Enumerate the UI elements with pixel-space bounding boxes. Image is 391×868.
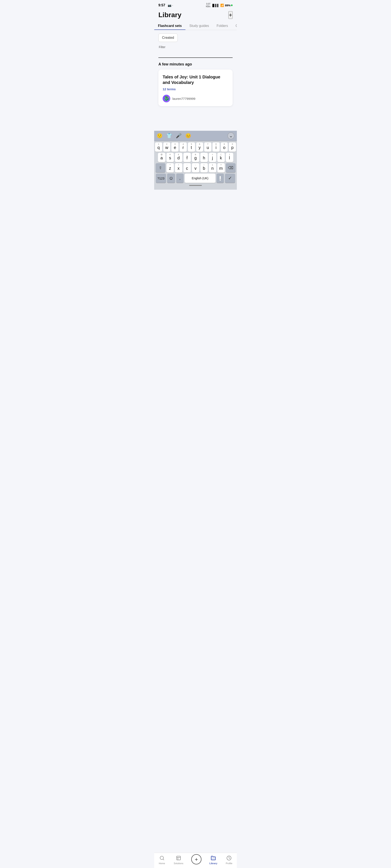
kb-numbers-label: ?123 [157,177,164,180]
kb-collapse-area [155,184,236,189]
kb-delete-icon: ⌫ [228,165,233,170]
kb-emoji-key[interactable]: ☺ [167,174,175,183]
kb-emoji-icon: ☺ [169,176,174,181]
kb-key-z[interactable]: * z [167,163,174,173]
kb-key-h[interactable]: - h [200,153,208,162]
kb-bottom-row: ?123 ☺ , English (UK) . ✓ [155,174,236,183]
created-button[interactable]: Created [158,33,178,42]
flashcard-card[interactable]: Tales of Joy: Unit 1 Dialogue and Vocabu… [158,69,233,106]
tabs-bar: Flashcard sets Study guides Folders Clas… [154,22,237,30]
kb-delete-key[interactable]: ⌫ [226,163,236,173]
kb-shirt-icon[interactable]: 👕 [166,133,172,138]
main-content: Created Filter A few minutes ago Tales o… [154,30,237,110]
kb-comma-label: , [179,176,180,181]
filter-input-container [158,50,233,58]
kb-collapse-button[interactable]: ⌄ [228,132,234,139]
battery-percent: 89% [225,4,231,7]
tab-classes[interactable]: Classes [232,22,237,30]
kb-toolbar-icons: 🙂 👕 🎤 😊 [157,133,191,138]
kb-key-k[interactable]: ( k [217,153,225,162]
card-terms: 12 terms [162,87,229,91]
kb-collapse-icon: ⌄ [229,133,233,138]
kb-key-m[interactable]: ? m [217,163,225,173]
tab-folders[interactable]: Folders [213,22,232,30]
kb-mic-icon[interactable]: 🎤 [176,133,181,138]
kb-key-y[interactable]: 6 y [196,143,203,152]
kb-key-p[interactable]: 0 p [229,143,236,152]
kb-key-n[interactable]: 1 n [209,163,216,173]
kb-key-a[interactable]: @ a [158,153,166,162]
kb-key-s[interactable]: # s [167,153,174,162]
kb-row-3: ⇧ * z / x : c ; v ! b 1 [155,163,236,173]
kb-done-icon: ✓ [228,176,232,181]
keyboard-toolbar: 🙂 👕 🎤 😊 ⌄ [154,131,237,141]
kb-row-2: @ a # s £ d _ f & g - h [155,153,236,162]
kb-key-x[interactable]: / x [175,163,182,173]
status-right-icons: 0.07 KB/s ▐▌▌▌ 📶 89% [206,3,233,8]
kb-emoji2-icon[interactable]: 😊 [185,133,191,138]
battery-indicator: 89% [225,4,233,7]
kb-numbers-key[interactable]: ?123 [156,174,166,183]
kb-period-label: . [220,176,221,181]
kb-key-j[interactable]: + j [209,153,216,162]
signal-bars-icon: ▐▌▌▌ [211,4,219,7]
kb-key-d[interactable]: £ d [175,153,182,162]
kb-shift-icon: ⇧ [159,165,162,170]
kb-key-u[interactable]: 7 u [204,143,211,152]
kb-collapse-bar[interactable] [189,185,202,186]
status-time-area: 9:57 📷 · [158,3,173,7]
avatar-emoji: 🐉 [164,96,170,101]
network-speed: 0.07 KB/s [206,3,210,8]
kb-key-l[interactable]: ) l [226,153,233,162]
kb-key-b[interactable]: ! b [200,163,208,173]
filter-input[interactable] [158,50,233,58]
card-author: 🐉 lauren77799999 [162,95,229,102]
card-title: Tales of Joy: Unit 1 Dialogue and Vocabu… [162,74,229,85]
status-bar: 9:57 📷 · 0.07 KB/s ▐▌▌▌ 📶 89% [154,0,237,9]
kb-key-o[interactable]: 9 o [221,143,228,152]
kb-key-w[interactable]: 2 w [163,143,171,152]
time-group-header: A few minutes ago [158,62,233,66]
header: Library + [154,9,237,22]
kb-key-g[interactable]: & g [192,153,199,162]
kb-key-q[interactable]: 1 q [155,143,162,152]
time-display: 9:57 [158,3,165,7]
author-name: lauren77799999 [172,97,195,100]
battery-dot [231,4,233,6]
kb-key-i[interactable]: 8 i [212,143,220,152]
kb-key-t[interactable]: 5 t [188,143,195,152]
avatar: 🐉 [162,95,170,102]
add-button[interactable]: + [229,11,233,19]
kb-key-r[interactable]: 4 r [180,143,187,152]
kb-shift-key[interactable]: ⇧ [156,163,166,173]
kb-space-label: English (UK) [192,177,208,180]
kb-row-1: 1 q 2 w 3 e 4 r 5 t 6 y [155,143,236,152]
page-title: Library [158,11,181,19]
keyboard-area: 🙂 👕 🎤 😊 ⌄ 1 q 2 w 3 e 4 r [154,131,237,190]
kb-emoji1-icon[interactable]: 🙂 [157,133,162,138]
kb-key-e[interactable]: 3 e [171,143,179,152]
kb-space-key[interactable]: English (UK) [185,174,215,183]
camera-icon: 📷 · [168,4,173,7]
kb-comma-key[interactable]: , [176,174,184,183]
kb-key-f[interactable]: _ f [183,153,191,162]
wifi-icon: 📶 [220,4,224,7]
filter-label: Filter [159,45,233,49]
kb-period-key[interactable]: . [216,174,224,183]
kb-key-c[interactable]: : c [183,163,191,173]
keyboard-rows: 1 q 2 w 3 e 4 r 5 t 6 y [154,141,237,190]
tab-study-guides[interactable]: Study guides [185,22,213,30]
kb-key-v[interactable]: ; v [192,163,199,173]
kb-done-key[interactable]: ✓ [225,174,235,183]
tab-flashcard-sets[interactable]: Flashcard sets [154,22,185,30]
